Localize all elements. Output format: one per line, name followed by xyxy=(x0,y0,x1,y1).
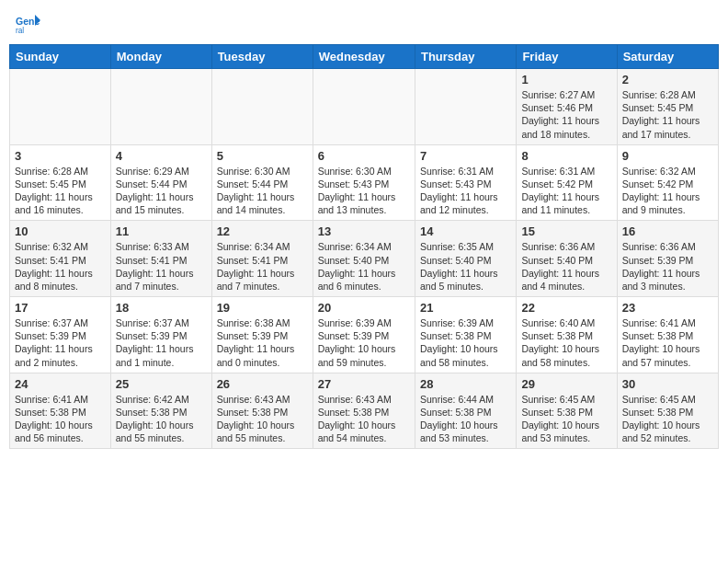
calendar-cell: 21Sunrise: 6:39 AMSunset: 5:38 PMDayligh… xyxy=(415,297,516,373)
day-number: 11 xyxy=(116,224,207,238)
calendar-cell: 26Sunrise: 6:43 AMSunset: 5:38 PMDayligh… xyxy=(211,373,313,449)
calendar-cell: 28Sunrise: 6:44 AMSunset: 5:38 PMDayligh… xyxy=(415,373,516,449)
day-number: 27 xyxy=(318,377,410,391)
day-number: 17 xyxy=(15,301,106,315)
day-number: 4 xyxy=(116,149,207,163)
calendar-cell: 7Sunrise: 6:31 AMSunset: 5:43 PMDaylight… xyxy=(415,144,516,221)
day-info: Sunrise: 6:41 AMSunset: 5:38 PMDaylight:… xyxy=(622,316,713,369)
calendar-cell: 29Sunrise: 6:45 AMSunset: 5:38 PMDayligh… xyxy=(517,373,617,449)
calendar-header-row: SundayMondayTuesdayWednesdayThursdayFrid… xyxy=(10,45,719,69)
day-number: 1 xyxy=(521,73,611,86)
calendar-table: SundayMondayTuesdayWednesdayThursdayFrid… xyxy=(9,44,719,449)
day-info: Sunrise: 6:29 AMSunset: 5:44 PMDaylight:… xyxy=(116,165,207,217)
calendar-cell: 17Sunrise: 6:37 AMSunset: 5:39 PMDayligh… xyxy=(10,297,111,373)
calendar-cell: 20Sunrise: 6:39 AMSunset: 5:39 PMDayligh… xyxy=(313,297,415,373)
day-info: Sunrise: 6:34 AMSunset: 5:40 PMDaylight:… xyxy=(318,240,410,293)
calendar-cell: 12Sunrise: 6:34 AMSunset: 5:41 PMDayligh… xyxy=(211,221,313,297)
day-info: Sunrise: 6:36 AMSunset: 5:40 PMDaylight:… xyxy=(521,240,611,293)
day-info: Sunrise: 6:28 AMSunset: 5:45 PMDaylight:… xyxy=(15,165,106,217)
day-info: Sunrise: 6:30 AMSunset: 5:44 PMDaylight:… xyxy=(217,165,308,217)
day-of-week-header: Tuesday xyxy=(211,45,313,69)
day-info: Sunrise: 6:35 AMSunset: 5:40 PMDaylight:… xyxy=(420,240,511,293)
calendar-cell: 1Sunrise: 6:27 AMSunset: 5:46 PMDaylight… xyxy=(517,69,617,145)
day-number: 7 xyxy=(420,149,511,163)
calendar-week-row: 10Sunrise: 6:32 AMSunset: 5:41 PMDayligh… xyxy=(10,221,719,297)
day-info: Sunrise: 6:31 AMSunset: 5:42 PMDaylight:… xyxy=(521,165,611,217)
day-number: 20 xyxy=(318,301,410,315)
day-info: Sunrise: 6:33 AMSunset: 5:41 PMDaylight:… xyxy=(116,240,207,293)
calendar-cell: 30Sunrise: 6:45 AMSunset: 5:38 PMDayligh… xyxy=(617,373,718,449)
day-info: Sunrise: 6:37 AMSunset: 5:39 PMDaylight:… xyxy=(15,316,106,369)
calendar-cell: 27Sunrise: 6:43 AMSunset: 5:38 PMDayligh… xyxy=(313,373,415,449)
day-info: Sunrise: 6:45 AMSunset: 5:38 PMDaylight:… xyxy=(622,393,713,445)
calendar-cell: 19Sunrise: 6:38 AMSunset: 5:39 PMDayligh… xyxy=(211,297,313,373)
day-info: Sunrise: 6:32 AMSunset: 5:42 PMDaylight:… xyxy=(622,165,713,217)
day-number: 30 xyxy=(622,377,713,391)
day-info: Sunrise: 6:28 AMSunset: 5:45 PMDaylight:… xyxy=(622,88,713,141)
calendar-week-row: 24Sunrise: 6:41 AMSunset: 5:38 PMDayligh… xyxy=(10,373,719,449)
day-number: 12 xyxy=(217,224,308,238)
day-info: Sunrise: 6:45 AMSunset: 5:38 PMDaylight:… xyxy=(521,393,611,445)
day-of-week-header: Saturday xyxy=(617,45,718,69)
day-number: 9 xyxy=(622,149,713,163)
calendar-cell: 8Sunrise: 6:31 AMSunset: 5:42 PMDaylight… xyxy=(517,144,617,221)
calendar-cell: 3Sunrise: 6:28 AMSunset: 5:45 PMDaylight… xyxy=(10,144,111,221)
calendar-week-row: 17Sunrise: 6:37 AMSunset: 5:39 PMDayligh… xyxy=(10,297,719,373)
calendar-cell: 16Sunrise: 6:36 AMSunset: 5:39 PMDayligh… xyxy=(617,221,718,297)
day-number: 15 xyxy=(521,224,611,238)
calendar-cell: 18Sunrise: 6:37 AMSunset: 5:39 PMDayligh… xyxy=(110,297,211,373)
day-info: Sunrise: 6:42 AMSunset: 5:38 PMDaylight:… xyxy=(116,393,207,445)
day-number: 16 xyxy=(622,224,713,238)
day-info: Sunrise: 6:34 AMSunset: 5:41 PMDaylight:… xyxy=(217,240,308,293)
calendar-cell: 6Sunrise: 6:30 AMSunset: 5:43 PMDaylight… xyxy=(313,144,415,221)
day-of-week-header: Sunday xyxy=(10,45,111,69)
day-info: Sunrise: 6:39 AMSunset: 5:39 PMDaylight:… xyxy=(318,316,410,369)
day-info: Sunrise: 6:38 AMSunset: 5:39 PMDaylight:… xyxy=(217,316,308,369)
day-info: Sunrise: 6:43 AMSunset: 5:38 PMDaylight:… xyxy=(217,393,308,445)
day-info: Sunrise: 6:39 AMSunset: 5:38 PMDaylight:… xyxy=(420,316,511,369)
day-number: 24 xyxy=(15,377,106,391)
day-number: 25 xyxy=(116,377,207,391)
calendar-cell: 24Sunrise: 6:41 AMSunset: 5:38 PMDayligh… xyxy=(10,373,111,449)
calendar-cell: 9Sunrise: 6:32 AMSunset: 5:42 PMDaylight… xyxy=(617,144,718,221)
calendar-cell: 25Sunrise: 6:42 AMSunset: 5:38 PMDayligh… xyxy=(110,373,211,449)
calendar-cell xyxy=(110,69,211,145)
day-info: Sunrise: 6:41 AMSunset: 5:38 PMDaylight:… xyxy=(15,393,106,445)
day-number: 10 xyxy=(15,224,106,238)
calendar-cell: 2Sunrise: 6:28 AMSunset: 5:45 PMDaylight… xyxy=(617,69,718,145)
svg-text:ral: ral xyxy=(16,27,24,35)
day-number: 23 xyxy=(622,301,713,315)
day-number: 21 xyxy=(420,301,511,315)
day-info: Sunrise: 6:27 AMSunset: 5:46 PMDaylight:… xyxy=(521,88,611,141)
day-number: 5 xyxy=(217,149,308,163)
calendar-cell xyxy=(313,69,415,145)
logo-icon: Gene ral xyxy=(13,9,40,37)
day-info: Sunrise: 6:36 AMSunset: 5:39 PMDaylight:… xyxy=(622,240,713,293)
day-of-week-header: Wednesday xyxy=(313,45,415,69)
calendar-cell: 14Sunrise: 6:35 AMSunset: 5:40 PMDayligh… xyxy=(415,221,516,297)
day-of-week-header: Monday xyxy=(110,45,211,69)
calendar-week-row: 1Sunrise: 6:27 AMSunset: 5:46 PMDaylight… xyxy=(10,69,719,145)
calendar-cell: 22Sunrise: 6:40 AMSunset: 5:38 PMDayligh… xyxy=(517,297,617,373)
calendar-cell xyxy=(211,69,313,145)
day-number: 29 xyxy=(521,377,611,391)
day-number: 2 xyxy=(622,73,713,86)
day-info: Sunrise: 6:30 AMSunset: 5:43 PMDaylight:… xyxy=(318,165,410,217)
logo: Gene ral xyxy=(13,9,44,37)
day-info: Sunrise: 6:31 AMSunset: 5:43 PMDaylight:… xyxy=(420,165,511,217)
day-info: Sunrise: 6:44 AMSunset: 5:38 PMDaylight:… xyxy=(420,393,511,445)
calendar-cell: 23Sunrise: 6:41 AMSunset: 5:38 PMDayligh… xyxy=(617,297,718,373)
calendar-cell: 5Sunrise: 6:30 AMSunset: 5:44 PMDaylight… xyxy=(211,144,313,221)
day-info: Sunrise: 6:37 AMSunset: 5:39 PMDaylight:… xyxy=(116,316,207,369)
day-number: 13 xyxy=(318,224,410,238)
day-number: 28 xyxy=(420,377,511,391)
calendar-cell xyxy=(415,69,516,145)
day-number: 8 xyxy=(521,149,611,163)
calendar-cell: 13Sunrise: 6:34 AMSunset: 5:40 PMDayligh… xyxy=(313,221,415,297)
calendar-cell: 4Sunrise: 6:29 AMSunset: 5:44 PMDaylight… xyxy=(110,144,211,221)
day-number: 22 xyxy=(521,301,611,315)
day-info: Sunrise: 6:32 AMSunset: 5:41 PMDaylight:… xyxy=(15,240,106,293)
calendar-cell: 11Sunrise: 6:33 AMSunset: 5:41 PMDayligh… xyxy=(110,221,211,297)
day-number: 14 xyxy=(420,224,511,238)
calendar-cell: 15Sunrise: 6:36 AMSunset: 5:40 PMDayligh… xyxy=(517,221,617,297)
